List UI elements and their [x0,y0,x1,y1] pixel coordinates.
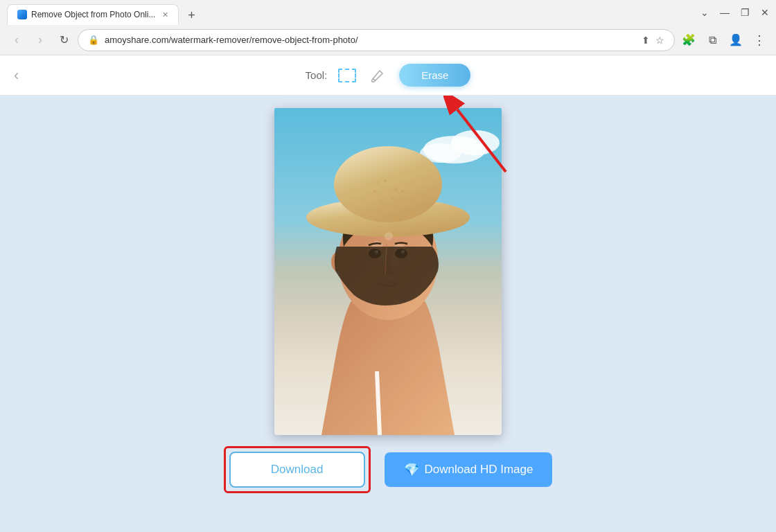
back-nav-button[interactable]: ‹ [7,30,26,50]
tool-label: Tool: [306,69,328,81]
svg-point-17 [398,201,400,203]
url-text: amoyshare.com/watermark-remover/remove-o… [105,35,636,45]
app-back-button[interactable]: ‹ [14,66,19,85]
main-content: Download 💎 Download HD Image [0,96,776,532]
refresh-button[interactable]: ↻ [54,30,73,50]
active-tab[interactable]: Remove Object from Photo Onli... ✕ [7,4,179,25]
rect-select-tool[interactable] [338,69,356,82]
svg-point-16 [378,182,380,184]
svg-point-10 [373,190,376,193]
svg-point-13 [380,200,383,203]
maximize-button[interactable]: ❐ [741,7,750,18]
profile-icon[interactable]: 👤 [726,30,746,50]
tool-section: Tool: Erase [306,64,471,87]
close-button[interactable]: ✕ [761,7,769,18]
minimize-button[interactable]: — [720,7,730,18]
buttons-area: Download 💎 Download HD Image [224,446,553,493]
svg-point-19 [385,232,393,240]
window-controls: ⌄ — ❐ ✕ [700,7,769,18]
svg-point-12 [394,188,397,191]
tab-title: Remove Object from Photo Onli... [31,10,155,19]
back-arrow-icon: ‹ [15,33,19,47]
download-hd-button[interactable]: 💎 Download HD Image [385,452,553,487]
svg-point-11 [384,179,387,182]
tab-bar: Remove Object from Photo Onli... ✕ + [7,0,201,25]
chevron-icon: ⌄ [700,7,709,18]
photo-image [274,108,502,435]
app-content: ‹ Tool: Erase [0,55,776,532]
forward-nav-button[interactable]: › [30,30,50,50]
forward-arrow-icon: › [38,33,42,47]
svg-point-9 [334,146,442,222]
diamond-icon: 💎 [404,462,419,477]
sidebar-icon[interactable]: ⧉ [703,30,722,50]
puzzle-icon[interactable]: 🧩 [679,30,698,50]
svg-point-14 [391,197,394,200]
address-bar[interactable]: 🔒 amoyshare.com/watermark-remover/remove… [78,29,675,51]
svg-point-15 [401,190,404,193]
download-button[interactable]: Download [229,452,365,488]
star-icon[interactable]: ☆ [655,35,664,46]
photo-container [274,108,502,435]
browser-window: ⌄ — ❐ ✕ Remove Object from Photo Onli...… [0,0,776,532]
download-button-wrapper: Download [224,446,371,493]
share-icon[interactable]: ⬆ [642,35,650,46]
tab-close-icon[interactable]: ✕ [162,10,168,19]
brush-tool[interactable] [367,65,388,86]
title-bar: ⌄ — ❐ ✕ Remove Object from Photo Onli...… [0,0,776,25]
download-hd-label: Download HD Image [425,463,534,477]
tab-favicon [17,10,27,19]
menu-button[interactable]: ⋮ [750,30,769,50]
new-tab-button[interactable]: + [182,6,201,25]
erase-button[interactable]: Erase [399,64,470,87]
refresh-icon: ↻ [60,33,69,46]
lock-icon: 🔒 [88,35,99,45]
nav-bar: ‹ › ↻ 🔒 amoyshare.com/watermark-remover/… [0,25,776,55]
app-toolbar: ‹ Tool: Erase [0,55,776,96]
